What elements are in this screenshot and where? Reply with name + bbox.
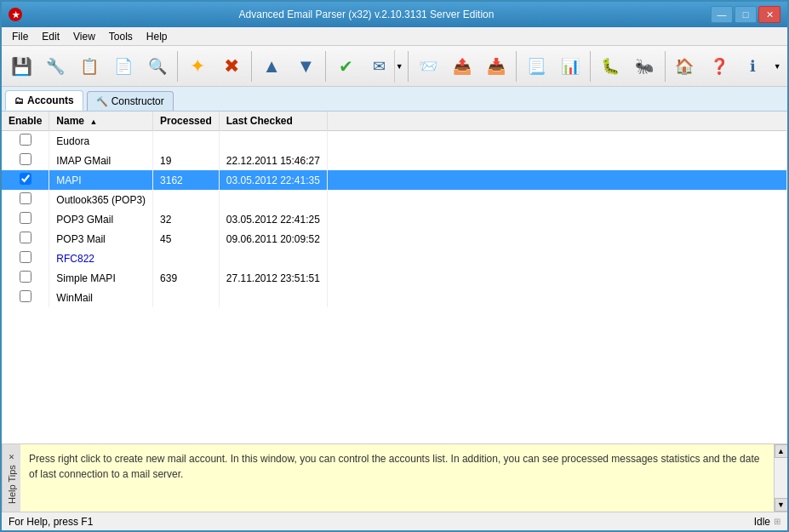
- row-last-checked-2: 03.05.2012 22:41:35: [219, 170, 327, 190]
- table-row[interactable]: Simple MAPI63927.11.2012 23:51:51: [2, 268, 787, 288]
- checkbox-4[interactable]: [20, 212, 31, 224]
- toolbar-doc[interactable]: 📃: [520, 49, 552, 83]
- menu-help[interactable]: Help: [140, 29, 174, 44]
- checkbox-6[interactable]: [20, 251, 31, 263]
- menu-view[interactable]: View: [66, 29, 102, 44]
- col-enable[interactable]: Enable: [2, 112, 49, 131]
- main-window: ★ Advanced Email Parser (x32) v.2.10.313…: [0, 0, 789, 532]
- col-name[interactable]: Name ▲: [49, 112, 153, 131]
- toolbar-sep-4: [408, 51, 409, 82]
- row-enable-0: [2, 131, 49, 152]
- menu-edit[interactable]: Edit: [35, 29, 66, 44]
- checkbox-8[interactable]: [20, 290, 31, 302]
- doc-icon: 📃: [527, 57, 546, 76]
- checkbox-3[interactable]: [20, 192, 31, 204]
- toolbar-star[interactable]: ✦: [181, 49, 214, 83]
- row-name-6: RFC822: [49, 249, 153, 268]
- scroll-up-button[interactable]: ▲: [775, 444, 788, 458]
- row-name-8: WinMail: [49, 288, 153, 307]
- row-processed-4: 32: [153, 209, 220, 229]
- scroll-down-button[interactable]: ▼: [775, 498, 788, 512]
- toolbar-add-envelope[interactable]: 📨: [412, 49, 444, 83]
- col-processed[interactable]: Processed: [153, 112, 220, 131]
- close-button[interactable]: ✕: [758, 6, 780, 23]
- app-icon: ★: [9, 8, 22, 21]
- menu-tools[interactable]: Tools: [102, 29, 140, 44]
- toolbar-up[interactable]: ▲: [255, 49, 288, 83]
- row-last-checked-4: 03.05.2012 22:41:25: [219, 209, 327, 229]
- toolbar-info[interactable]: ℹ: [737, 49, 769, 83]
- toolbar-search[interactable]: 🔍: [141, 49, 174, 83]
- row-enable-8: [2, 288, 49, 307]
- toolbar-sep-1: [177, 51, 178, 82]
- table-row[interactable]: Eudora: [2, 131, 787, 152]
- row-enable-3: [2, 190, 49, 209]
- toolbar-recv[interactable]: 📥: [480, 49, 512, 83]
- maximize-button[interactable]: □: [735, 6, 757, 23]
- toolbar-check[interactable]: ✔: [329, 49, 362, 83]
- toolbar-tools[interactable]: 🔧: [39, 49, 71, 83]
- help-side-tab[interactable]: Help Tips ×: [2, 444, 20, 512]
- row-spacer-0: [327, 131, 786, 152]
- toolbar-home[interactable]: 🏠: [668, 49, 700, 83]
- checkbox-2[interactable]: [20, 173, 31, 185]
- toolbar-save[interactable]: 💾: [5, 49, 37, 83]
- check-icon: ✔: [339, 56, 353, 77]
- toolbar-chart[interactable]: 📊: [554, 49, 586, 83]
- toolbar-down[interactable]: ▼: [289, 49, 322, 83]
- checkbox-0[interactable]: [20, 134, 31, 146]
- more-icon: ▼: [774, 62, 781, 71]
- menu-file[interactable]: File: [5, 29, 35, 44]
- table-row[interactable]: Outlook365 (POP3): [2, 190, 787, 209]
- toolbar-delete[interactable]: ✖: [215, 49, 248, 83]
- add-envelope-icon: 📨: [419, 57, 437, 76]
- table-row[interactable]: WinMail: [2, 288, 787, 307]
- table-row[interactable]: RFC822: [2, 249, 787, 268]
- table-row[interactable]: POP3 GMail3203.05.2012 22:41:25: [2, 209, 787, 229]
- row-last-checked-0: [219, 131, 327, 152]
- row-enable-6: [2, 249, 49, 268]
- tab-accounts[interactable]: 🗂 Accounts: [5, 90, 83, 111]
- row-processed-2: 3162: [153, 170, 220, 190]
- chevron-down-icon: ▼: [396, 62, 403, 71]
- row-name-3: Outlook365 (POP3): [49, 190, 153, 209]
- row-enable-4: [2, 209, 49, 229]
- checkbox-5[interactable]: [20, 232, 31, 243]
- toolbar-send[interactable]: 📤: [446, 49, 478, 83]
- star-icon: ✦: [190, 55, 205, 77]
- status-right: Idle ⊞: [754, 516, 780, 528]
- checkbox-7[interactable]: [20, 271, 31, 283]
- toolbar-help[interactable]: ❓: [703, 49, 735, 83]
- table-row[interactable]: IMAP GMail1922.12.2011 15:46:27: [2, 151, 787, 170]
- toolbar-copy[interactable]: 📋: [73, 49, 106, 83]
- col-last-checked[interactable]: Last Checked: [219, 112, 327, 131]
- tab-constructor[interactable]: 🔨 Constructor: [87, 91, 174, 111]
- toolbar-envelope[interactable]: ✉: [363, 49, 394, 83]
- row-processed-3: [153, 190, 220, 209]
- accounts-tab-icon: 🗂: [14, 95, 24, 106]
- minimize-button[interactable]: —: [711, 6, 733, 23]
- envelope-icon: ✉: [373, 57, 386, 76]
- info-icon: ℹ: [750, 57, 756, 76]
- table-row[interactable]: POP3 Mail4509.06.2011 20:09:52: [2, 229, 787, 249]
- help-panel: Help Tips × Press right click to create …: [2, 443, 787, 512]
- toolbar-bug1[interactable]: 🐛: [594, 49, 626, 83]
- checkbox-1[interactable]: [20, 153, 31, 165]
- row-name-2: MAPI: [49, 170, 153, 190]
- toolbar-bug2[interactable]: 🐜: [628, 49, 660, 83]
- accounts-tab-label: Accounts: [27, 94, 74, 106]
- status-left: For Help, press F1: [9, 516, 93, 528]
- toolbar-paste[interactable]: 📄: [107, 49, 140, 83]
- chart-icon: 📊: [561, 57, 580, 76]
- tools-icon: 🔧: [46, 57, 65, 76]
- help-scrollbar: ▲ ▼: [774, 444, 787, 512]
- row-name-1: IMAP GMail: [49, 151, 153, 170]
- constructor-tab-icon: 🔨: [96, 96, 108, 107]
- row-name-7: Simple MAPI: [49, 268, 153, 288]
- delete-icon: ✖: [224, 55, 239, 77]
- row-processed-1: 19: [153, 151, 220, 170]
- table-row[interactable]: MAPI316203.05.2012 22:41:35: [2, 170, 787, 190]
- toolbar-more[interactable]: ▼: [771, 49, 784, 83]
- row-spacer-5: [327, 229, 786, 249]
- toolbar-envelope-dropdown[interactable]: ▼: [394, 49, 404, 83]
